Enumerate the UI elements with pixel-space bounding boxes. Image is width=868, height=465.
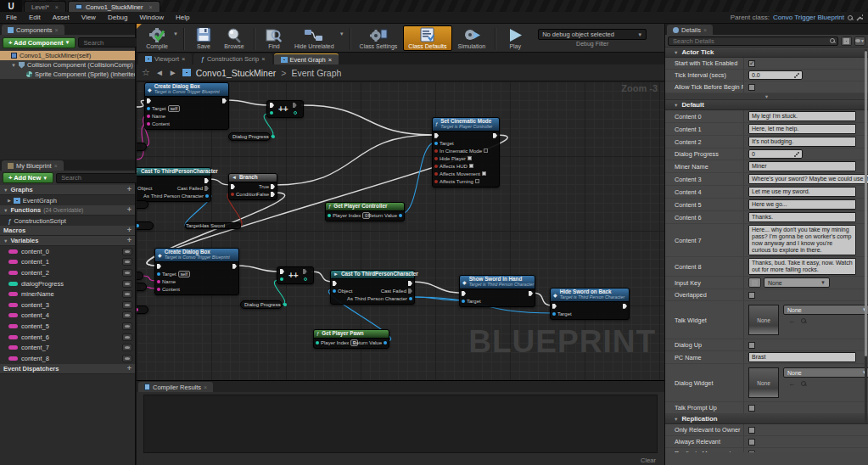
close-icon[interactable]: × [149,4,153,10]
bool-pin[interactable] [231,193,234,196]
parent-class-value[interactable]: Convo Trigger Blueprint [773,14,844,21]
asset-thumbnail[interactable]: None [748,367,779,398]
node-cut-var-pill-3[interactable]: content [137,283,147,291]
add-function-button[interactable]: + [127,206,132,214]
play-button[interactable]: Play [501,25,529,51]
close-icon[interactable]: × [261,55,265,63]
property-text-field[interactable]: Miner [748,161,856,171]
menu-edit[interactable]: Edit [23,14,47,21]
node-create-dialog-box-1[interactable]: ◆Create Dialog BoxTarget is Convo Trigge… [144,82,229,130]
expand-icon[interactable]: ▼ [11,63,16,68]
pin-checkbox[interactable] [482,171,486,176]
window-tab-convo1-stuckminer[interactable]: Convo1_StuckMiner× [68,1,160,12]
close-icon[interactable]: × [54,163,58,169]
variable-content_2[interactable]: content_2 [0,267,135,278]
variable-content_4[interactable]: content_4 [0,311,135,322]
compile-button[interactable]: Compile [142,25,172,51]
details-scrollbar[interactable] [865,49,867,423]
exec-pin[interactable] [147,98,151,104]
node-increment-2[interactable]: ++ [277,266,314,284]
menu-debug[interactable]: Debug [102,14,134,21]
close-icon[interactable]: × [55,4,59,10]
section-header-replication[interactable]: ▼Replication [665,414,868,424]
variable-content_8[interactable]: content_8 [0,353,135,364]
search-icon[interactable] [848,15,853,20]
pin-literal[interactable]: self [178,271,190,277]
exec-pin[interactable] [204,186,209,191]
node-increment-1[interactable]: ++ [266,100,304,118]
close-icon[interactable]: × [204,384,207,390]
forward-arrow-icon[interactable]: ► [169,68,177,77]
property-text-field[interactable]: Here... why don't you take my mining pas… [748,225,856,255]
browse-to-asset-icon[interactable] [801,318,806,323]
variable-content_0[interactable]: content_0 [0,246,135,257]
bool-pin[interactable] [434,149,438,153]
property-text-field[interactable]: Where's your sword? Maybe we could use t… [748,174,868,184]
variable-visibility-toggle[interactable] [122,322,132,330]
chevron-down-icon[interactable]: ▼ [339,31,344,36]
variable-visibility-toggle[interactable] [122,258,132,266]
string-pin[interactable] [147,115,150,118]
favorite-star-icon[interactable]: ☆ [142,67,150,78]
variable-visibility-toggle[interactable] [122,280,132,288]
bool-pin[interactable] [434,157,438,160]
exec-pin[interactable] [493,133,497,138]
string-pin[interactable] [157,288,160,291]
exec-pin[interactable] [529,291,533,296]
exec-pin[interactable] [333,281,337,286]
property-matrix-button[interactable] [841,36,852,46]
node-dialog-progress-get-1[interactable]: Dialog Progress [228,132,271,141]
node-cut-var-pill-1[interactable]: content [137,143,147,151]
expand-icon[interactable]: ▶ [8,198,11,203]
simulation-button[interactable]: Simulation [454,25,490,51]
tab-compiler-results[interactable]: Compiler Results × [138,382,213,392]
int-pin[interactable] [294,111,297,115]
asset-dropdown[interactable]: None▼ [783,305,868,315]
display-filter-button[interactable]: ▼ [854,36,865,46]
exec-pin[interactable] [434,133,439,138]
find-button[interactable]: Find [260,25,288,51]
variable-content_5[interactable]: content_5 [0,321,135,332]
tab-event-graph[interactable]: Event Graph× [274,53,339,64]
object-pin[interactable] [137,224,139,227]
pin-checkbox[interactable] [475,179,479,183]
node-set-cinematic-mode[interactable]: ƒSet Cinematic ModeTarget is Player Cont… [432,117,500,188]
add-component-button[interactable]: + Add Component▼ [3,37,76,48]
close-icon[interactable]: × [182,55,185,63]
bool-pin[interactable] [434,180,438,183]
node-cut-set-pill[interactable]: Value [137,200,148,209]
object-pin[interactable] [147,107,150,110]
window-tab-level-[interactable]: Level*× [24,1,66,12]
wrench-icon[interactable] [856,14,863,21]
int-pin[interactable] [272,135,275,138]
property-text-field[interactable]: My leg! I'm stuck. [748,111,856,121]
node-branch-1[interactable]: ◄BranchConditionTrueFalse [228,173,277,200]
property-checkbox[interactable] [748,427,755,434]
node-has-sword-pill[interactable]: TargetHas Sword [185,222,241,229]
object-pin[interactable] [399,214,402,217]
variable-content_6[interactable]: content_6 [0,332,135,343]
my-blueprint-search-input[interactable] [59,173,145,182]
add-new-button[interactable]: + Add New▼ [3,172,53,183]
property-text-field[interactable]: Thanks. [748,212,856,222]
add-dispatcher-button[interactable]: + [127,365,132,373]
key-picker-button[interactable] [748,277,761,288]
class-settings-button[interactable]: Class Settings [356,25,402,51]
string-pin[interactable] [147,122,150,126]
details-search-input[interactable] [671,36,830,46]
variable-visibility-toggle[interactable] [122,301,132,309]
back-arrow-icon[interactable]: ◄ [155,68,164,77]
section-expander[interactable]: ▼ [665,93,868,100]
use-selected-arrow-icon[interactable]: ← [788,380,796,387]
object-pin[interactable] [333,289,336,293]
property-checkbox[interactable] [748,439,755,445]
property-checkbox[interactable] [748,405,755,412]
variable-visibility-toggle[interactable] [122,290,132,298]
node-show-sword-in-hand[interactable]: ◆Show Sword in HandTarget is Third Perso… [459,275,535,307]
exec-pin[interactable] [271,184,275,189]
event-dispatchers-section-header[interactable]: Event Dispatchers+ [0,364,135,374]
debug-object-dropdown[interactable]: No debug object selected▼ [538,29,647,40]
constructionscript-item[interactable]: ƒConstructionScript [0,216,135,226]
node-cast-to-thirdpersoncharacter-2[interactable]: ►Cast To ThirdPersonCharacterObjectCast … [330,270,415,305]
save-button[interactable]: Save [189,25,218,51]
